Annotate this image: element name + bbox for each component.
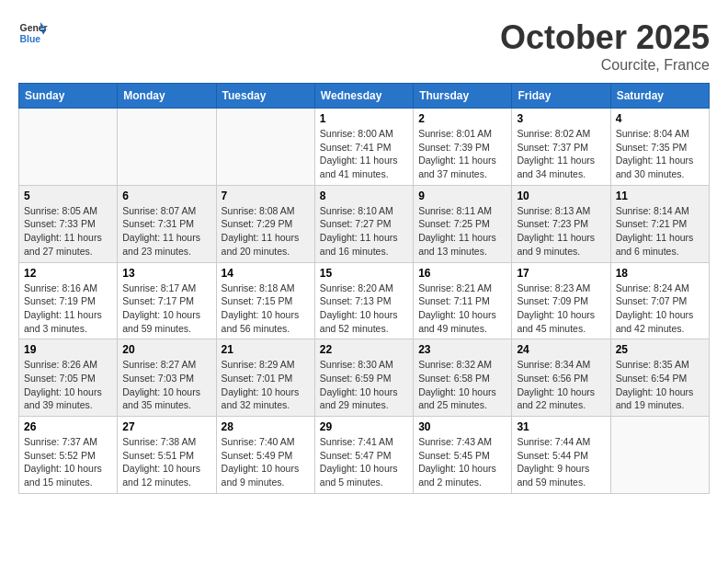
calendar-week-row: 19Sunrise: 8:26 AM Sunset: 7:05 PM Dayli… — [19, 339, 710, 417]
day-number: 25 — [616, 343, 704, 356]
table-row — [216, 109, 314, 186]
table-row: 15Sunrise: 8:20 AM Sunset: 7:13 PM Dayli… — [314, 262, 413, 339]
calendar-table: Sunday Monday Tuesday Wednesday Thursday… — [18, 83, 710, 494]
day-info: Sunrise: 8:10 AM Sunset: 7:27 PM Dayligh… — [320, 204, 408, 259]
table-row: 4Sunrise: 8:04 AM Sunset: 7:35 PM Daylig… — [610, 109, 709, 186]
day-info: Sunrise: 8:05 AM Sunset: 7:33 PM Dayligh… — [24, 204, 112, 259]
calendar-week-row: 26Sunrise: 7:37 AM Sunset: 5:52 PM Dayli… — [19, 417, 710, 494]
day-number: 29 — [320, 420, 408, 433]
table-row: 17Sunrise: 8:23 AM Sunset: 7:09 PM Dayli… — [512, 262, 610, 339]
day-number: 27 — [122, 420, 210, 433]
day-info: Sunrise: 8:26 AM Sunset: 7:05 PM Dayligh… — [24, 358, 112, 412]
day-info: Sunrise: 7:37 AM Sunset: 5:52 PM Dayligh… — [24, 435, 112, 489]
day-number: 11 — [616, 190, 704, 202]
day-number: 23 — [418, 343, 506, 356]
day-info: Sunrise: 8:18 AM Sunset: 7:15 PM Dayligh… — [222, 282, 310, 336]
day-info: Sunrise: 7:41 AM Sunset: 5:47 PM Dayligh… — [320, 435, 408, 489]
logo: General Blue — [18, 18, 48, 48]
day-info: Sunrise: 7:38 AM Sunset: 5:51 PM Dayligh… — [122, 435, 210, 489]
day-info: Sunrise: 8:02 AM Sunset: 7:37 PM Dayligh… — [517, 127, 605, 181]
header-monday: Monday — [118, 84, 216, 109]
table-row: 29Sunrise: 7:41 AM Sunset: 5:47 PM Dayli… — [314, 417, 413, 494]
table-row: 8Sunrise: 8:10 AM Sunset: 7:27 PM Daylig… — [314, 185, 413, 262]
page-header: General Blue October 2025 Courcite, Fran… — [18, 18, 710, 74]
day-info: Sunrise: 8:13 AM Sunset: 7:23 PM Dayligh… — [517, 204, 605, 259]
day-number: 17 — [517, 267, 605, 280]
day-info: Sunrise: 8:23 AM Sunset: 7:09 PM Dayligh… — [517, 282, 605, 336]
day-info: Sunrise: 8:29 AM Sunset: 7:01 PM Dayligh… — [222, 358, 310, 412]
day-info: Sunrise: 8:01 AM Sunset: 7:39 PM Dayligh… — [418, 127, 506, 181]
header-sunday: Sunday — [19, 84, 118, 109]
header-wednesday: Wednesday — [314, 84, 413, 109]
day-info: Sunrise: 8:24 AM Sunset: 7:07 PM Dayligh… — [616, 282, 704, 336]
table-row: 24Sunrise: 8:34 AM Sunset: 6:56 PM Dayli… — [512, 339, 610, 417]
day-number: 19 — [24, 343, 112, 356]
title-block: October 2025 Courcite, France — [500, 18, 710, 74]
header-saturday: Saturday — [610, 84, 709, 109]
day-number: 10 — [517, 190, 605, 202]
day-info: Sunrise: 8:35 AM Sunset: 6:54 PM Dayligh… — [616, 358, 704, 412]
day-number: 31 — [517, 420, 605, 433]
table-row: 23Sunrise: 8:32 AM Sunset: 6:58 PM Dayli… — [414, 339, 512, 417]
day-info: Sunrise: 8:20 AM Sunset: 7:13 PM Dayligh… — [320, 282, 408, 336]
table-row: 31Sunrise: 7:44 AM Sunset: 5:44 PM Dayli… — [512, 417, 610, 494]
table-row: 6Sunrise: 8:07 AM Sunset: 7:31 PM Daylig… — [118, 185, 216, 262]
day-info: Sunrise: 8:34 AM Sunset: 6:56 PM Dayligh… — [517, 358, 605, 412]
day-number: 8 — [320, 190, 408, 202]
day-info: Sunrise: 8:27 AM Sunset: 7:03 PM Dayligh… — [122, 358, 210, 412]
table-row: 13Sunrise: 8:17 AM Sunset: 7:17 PM Dayli… — [118, 262, 216, 339]
table-row: 11Sunrise: 8:14 AM Sunset: 7:21 PM Dayli… — [610, 185, 709, 262]
day-info: Sunrise: 8:14 AM Sunset: 7:21 PM Dayligh… — [616, 204, 704, 259]
day-number: 12 — [24, 267, 112, 280]
svg-text:Blue: Blue — [20, 34, 41, 44]
table-row — [19, 109, 118, 186]
table-row: 27Sunrise: 7:38 AM Sunset: 5:51 PM Dayli… — [118, 417, 216, 494]
month-title: October 2025 — [500, 18, 710, 57]
day-number: 6 — [122, 190, 210, 202]
day-number: 22 — [320, 343, 408, 356]
table-row: 16Sunrise: 8:21 AM Sunset: 7:11 PM Dayli… — [414, 262, 512, 339]
calendar-week-row: 1Sunrise: 8:00 AM Sunset: 7:41 PM Daylig… — [19, 109, 710, 186]
header-thursday: Thursday — [414, 84, 512, 109]
day-info: Sunrise: 8:32 AM Sunset: 6:58 PM Dayligh… — [418, 358, 506, 412]
day-number: 4 — [616, 112, 704, 125]
table-row: 10Sunrise: 8:13 AM Sunset: 7:23 PM Dayli… — [512, 185, 610, 262]
day-number: 9 — [418, 190, 506, 202]
table-row: 2Sunrise: 8:01 AM Sunset: 7:39 PM Daylig… — [414, 109, 512, 186]
table-row: 14Sunrise: 8:18 AM Sunset: 7:15 PM Dayli… — [216, 262, 314, 339]
table-row: 30Sunrise: 7:43 AM Sunset: 5:45 PM Dayli… — [414, 417, 512, 494]
day-info: Sunrise: 8:07 AM Sunset: 7:31 PM Dayligh… — [122, 204, 210, 259]
day-info: Sunrise: 7:44 AM Sunset: 5:44 PM Dayligh… — [517, 435, 605, 489]
day-number: 7 — [222, 190, 310, 202]
table-row: 1Sunrise: 8:00 AM Sunset: 7:41 PM Daylig… — [314, 109, 413, 186]
logo-icon: General Blue — [18, 18, 48, 48]
day-info: Sunrise: 7:40 AM Sunset: 5:49 PM Dayligh… — [222, 435, 310, 489]
day-number: 13 — [122, 267, 210, 280]
table-row: 21Sunrise: 8:29 AM Sunset: 7:01 PM Dayli… — [216, 339, 314, 417]
day-number: 16 — [418, 267, 506, 280]
day-number: 24 — [517, 343, 605, 356]
day-info: Sunrise: 8:11 AM Sunset: 7:25 PM Dayligh… — [418, 204, 506, 259]
table-row: 7Sunrise: 8:08 AM Sunset: 7:29 PM Daylig… — [216, 185, 314, 262]
calendar-week-row: 12Sunrise: 8:16 AM Sunset: 7:19 PM Dayli… — [19, 262, 710, 339]
day-number: 21 — [222, 343, 310, 356]
table-row: 28Sunrise: 7:40 AM Sunset: 5:49 PM Dayli… — [216, 417, 314, 494]
table-row — [610, 417, 709, 494]
day-info: Sunrise: 8:30 AM Sunset: 6:59 PM Dayligh… — [320, 358, 408, 412]
day-number: 30 — [418, 420, 506, 433]
header-tuesday: Tuesday — [216, 84, 314, 109]
calendar-header-row: Sunday Monday Tuesday Wednesday Thursday… — [19, 84, 710, 109]
table-row: 9Sunrise: 8:11 AM Sunset: 7:25 PM Daylig… — [414, 185, 512, 262]
day-info: Sunrise: 8:16 AM Sunset: 7:19 PM Dayligh… — [24, 282, 112, 336]
day-number: 15 — [320, 267, 408, 280]
day-number: 20 — [122, 343, 210, 356]
day-info: Sunrise: 8:08 AM Sunset: 7:29 PM Dayligh… — [222, 204, 310, 259]
day-number: 2 — [418, 112, 506, 125]
day-info: Sunrise: 8:21 AM Sunset: 7:11 PM Dayligh… — [418, 282, 506, 336]
day-number: 14 — [222, 267, 310, 280]
table-row: 3Sunrise: 8:02 AM Sunset: 7:37 PM Daylig… — [512, 109, 610, 186]
day-number: 5 — [24, 190, 112, 202]
day-info: Sunrise: 8:04 AM Sunset: 7:35 PM Dayligh… — [616, 127, 704, 181]
day-number: 28 — [222, 420, 310, 433]
day-number: 26 — [24, 420, 112, 433]
